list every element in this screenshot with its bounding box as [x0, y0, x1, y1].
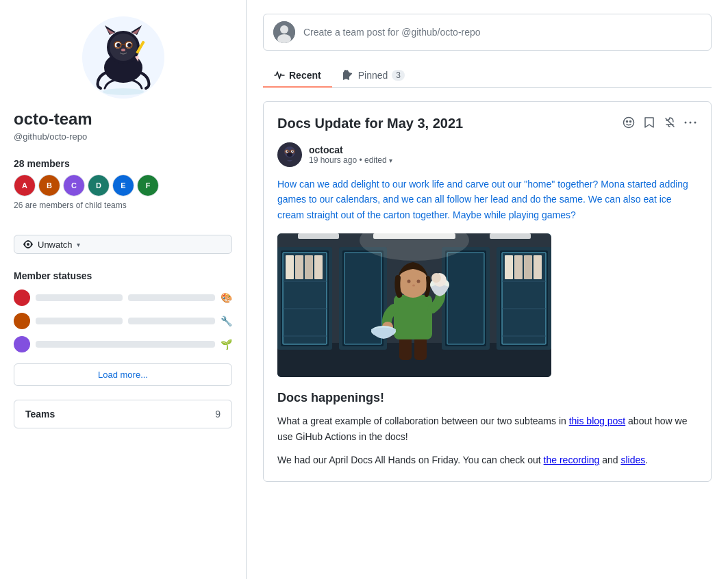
- post-image: [277, 233, 551, 377]
- svg-point-74: [407, 280, 411, 283]
- post-author-name[interactable]: octocat: [309, 144, 392, 155]
- svg-rect-68: [490, 233, 531, 239]
- bookmark-icon: [643, 116, 655, 129]
- team-name: octo-team: [14, 110, 232, 129]
- activity-icon: [274, 70, 285, 81]
- svg-point-14: [121, 49, 125, 51]
- status-name-blurred: [36, 341, 215, 348]
- svg-point-32: [287, 151, 288, 152]
- svg-point-22: [624, 118, 634, 128]
- edit-history-chevron[interactable]: ▾: [389, 157, 392, 164]
- teams-label: Teams: [25, 409, 55, 420]
- unwatch-button[interactable]: Unwatch ▾: [14, 235, 232, 254]
- svg-rect-65: [447, 253, 484, 344]
- svg-point-6: [110, 34, 137, 61]
- status-item: 🌱: [14, 336, 232, 352]
- member-avatar[interactable]: B: [38, 175, 60, 196]
- svg-point-33: [292, 151, 294, 152]
- status-text-blurred: [128, 318, 215, 324]
- post-body-1: How can we add delight to our work life …: [277, 177, 697, 222]
- svg-point-10: [127, 43, 131, 47]
- svg-point-80: [431, 273, 441, 283]
- status-avatar: [14, 313, 30, 329]
- main-content: Create a team post for @github/octo-repo…: [247, 0, 728, 579]
- status-item: 🔧: [14, 313, 232, 329]
- team-handle: @github/octo-repo: [14, 131, 232, 142]
- pin-icon: [343, 70, 354, 81]
- member-avatar[interactable]: F: [137, 175, 159, 196]
- chevron-down-icon: ▾: [77, 241, 80, 248]
- svg-point-27: [694, 122, 696, 124]
- tab-recent[interactable]: Recent: [263, 64, 332, 88]
- poster-avatar: [273, 21, 295, 43]
- tab-pinned-label: Pinned: [358, 70, 388, 81]
- slides-link[interactable]: slides: [620, 454, 645, 465]
- mascot-area: [14, 16, 232, 99]
- post-body-3: We had our April Docs All Hands on Frida…: [277, 452, 697, 467]
- post-card: Docs Update for May 3, 2021: [263, 101, 712, 482]
- post-time: 19 hours ago • edited ▾: [309, 155, 392, 165]
- member-avatar[interactable]: A: [14, 175, 36, 196]
- post-author-info: octocat 19 hours ago • edited ▾: [309, 144, 392, 165]
- svg-rect-48: [305, 255, 313, 279]
- status-item: 🎨: [14, 290, 232, 306]
- teams-count: 9: [215, 409, 221, 420]
- post-image-svg: [277, 233, 551, 377]
- recording-link[interactable]: the recording: [544, 454, 600, 465]
- status-avatar: [14, 290, 30, 306]
- member-avatar[interactable]: C: [63, 175, 85, 196]
- load-more-button[interactable]: Load more...: [14, 363, 232, 386]
- svg-rect-49: [314, 255, 323, 279]
- svg-point-24: [630, 121, 631, 123]
- member-statuses-label: Member statuses: [14, 270, 232, 281]
- post-author-avatar: [277, 142, 302, 167]
- bullet-separator: •: [359, 155, 364, 165]
- member-avatars: A B C D E F: [14, 175, 232, 196]
- post-meta: octocat 19 hours ago • edited ▾: [277, 142, 697, 167]
- tab-pinned[interactable]: Pinned 3: [332, 64, 416, 88]
- notification-off-button[interactable]: [663, 116, 677, 129]
- tab-recent-label: Recent: [289, 70, 321, 81]
- status-text-blurred: [128, 294, 215, 301]
- unwatch-label: Unwatch: [38, 240, 73, 250]
- bookmark-button[interactable]: [642, 116, 656, 129]
- ellipsis-icon: [684, 121, 696, 124]
- post-time-text: 19 hours ago: [309, 155, 357, 165]
- more-options-button[interactable]: [683, 116, 697, 129]
- svg-rect-57: [514, 255, 523, 279]
- status-emoji: 🔧: [221, 316, 232, 326]
- member-avatar[interactable]: E: [112, 175, 134, 196]
- emoji-react-button[interactable]: [622, 116, 636, 129]
- post-input-placeholder[interactable]: Create a team post for @github/octo-repo: [303, 27, 701, 38]
- pinned-badge: 3: [392, 70, 405, 81]
- svg-rect-67: [298, 233, 339, 239]
- emoji-icon: [623, 116, 635, 129]
- blog-post-link[interactable]: this blog post: [569, 415, 626, 426]
- member-avatar[interactable]: D: [88, 175, 110, 196]
- teams-section[interactable]: Teams 9: [14, 400, 232, 428]
- team-mascot: [82, 16, 164, 99]
- members-count: 28 members: [14, 158, 232, 169]
- svg-point-9: [116, 43, 121, 47]
- post-title: Docs Update for May 3, 2021: [277, 116, 463, 131]
- status-emoji: 🌱: [221, 339, 232, 350]
- status-avatar: [14, 336, 30, 352]
- post-header: Docs Update for May 3, 2021: [277, 116, 697, 131]
- svg-point-37: [287, 153, 292, 157]
- child-teams-text: 26 are members of child teams: [14, 201, 232, 210]
- eye-icon: [23, 239, 34, 250]
- svg-point-75: [417, 280, 421, 283]
- member-status-list: 🎨 🔧 🌱: [14, 290, 232, 352]
- status-name-blurred: [36, 318, 123, 324]
- bell-off-icon: [664, 116, 676, 129]
- poster-avatar-img: [273, 21, 295, 43]
- post-input-area[interactable]: Create a team post for @github/octo-repo: [263, 14, 712, 51]
- svg-point-26: [690, 122, 692, 124]
- svg-rect-46: [286, 255, 294, 279]
- post-subheading: Docs happenings!: [277, 391, 697, 405]
- svg-rect-47: [295, 255, 303, 279]
- svg-rect-56: [505, 255, 513, 279]
- post-actions: [622, 116, 697, 129]
- post-body-text-1: How can we add delight to our work life …: [277, 179, 688, 220]
- svg-point-25: [685, 122, 687, 124]
